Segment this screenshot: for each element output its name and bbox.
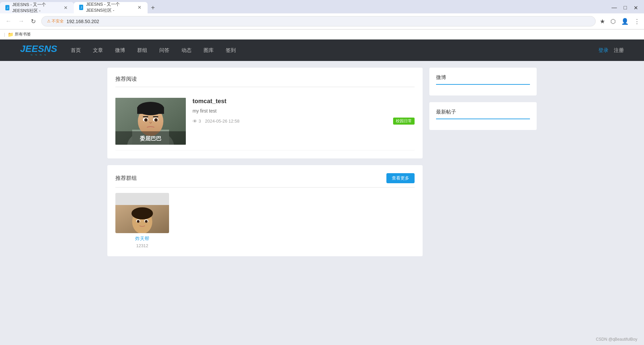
tab-1-close[interactable]: ✕ (63, 4, 68, 11)
article-description: my first test (193, 108, 415, 114)
thumb-svg: 委屈巴巴 (115, 98, 186, 145)
maximize-button[interactable]: □ (622, 5, 629, 11)
bookmark-star-icon[interactable]: ★ (600, 18, 605, 25)
address-right-icons: ★ ⬡ 👤 ⋮ (600, 18, 640, 25)
address-bar[interactable]: ⚠ 不安全 192.168.50.202 (41, 16, 596, 26)
nav-qa[interactable]: 问答 (159, 47, 169, 54)
url-display: 192.168.50.202 (66, 19, 99, 24)
article-views: 👁 3 (193, 119, 201, 124)
group-avatar-svg (115, 205, 169, 233)
article-title[interactable]: tomcat_test (193, 98, 415, 105)
group-image-bottom (115, 205, 169, 233)
thumbnail-image: 委屈巴巴 (115, 98, 186, 145)
svg-point-23 (145, 220, 148, 223)
weibo-sidebar-title: 微博 (436, 74, 530, 85)
nav-auth: 登录 注册 (598, 47, 624, 54)
window-controls: — □ ✕ (609, 5, 644, 11)
nav-gallery[interactable]: 图库 (204, 47, 214, 54)
article-tag[interactable]: 校园日常 (393, 118, 415, 125)
tab-2-favicon: J (79, 5, 83, 10)
site-nav: JEESNS ~ ~ ~ ~ 首页 文章 微博 群组 问答 动态 图库 签到 登… (0, 40, 644, 61)
svg-rect-12 (153, 116, 158, 117)
nav-weibo[interactable]: 微博 (115, 47, 125, 54)
article-date: 2024-05-26 12:58 (205, 119, 239, 124)
bookmark-separator: | (4, 32, 5, 37)
secure-indicator: ⚠ 不安全 (47, 18, 64, 24)
site-logo[interactable]: JEESNS ~ ~ ~ ~ (20, 44, 57, 57)
menu-icon[interactable]: ⋮ (634, 18, 640, 25)
group-name[interactable]: 炸天帮 (115, 236, 169, 242)
register-button[interactable]: 注册 (614, 47, 624, 54)
page-content: JEESNS ~ ~ ~ ~ 首页 文章 微博 群组 问答 动态 图库 签到 登… (0, 40, 644, 307)
refresh-button[interactable]: ↻ (30, 18, 37, 25)
groups-title: 推荐群组 (115, 175, 137, 182)
svg-point-22 (137, 220, 140, 223)
article-item: 委屈巴巴 tomcat_test my first test 👁 3 2 (115, 92, 415, 150)
svg-point-10 (154, 118, 158, 122)
recommended-groups-card: 推荐群组 查看更多 🖼 (107, 165, 423, 256)
view-more-button[interactable]: 查看更多 (386, 173, 415, 183)
svg-point-9 (144, 118, 148, 122)
tab-2-close[interactable]: ✕ (137, 4, 142, 11)
nav-links: 首页 文章 微博 群组 问答 动态 图库 签到 (71, 47, 598, 54)
close-button[interactable]: ✕ (632, 5, 640, 11)
bookmarks-label: 所有书签 (15, 31, 31, 37)
minimize-button[interactable]: — (609, 5, 619, 11)
groups-list: 🖼 (115, 193, 415, 248)
latest-posts-title: 最新帖子 (436, 109, 530, 119)
svg-text:委屈巴巴: 委屈巴巴 (140, 135, 161, 141)
tab-1-title: JEESNS - 又一个JEESNS社区 - (12, 2, 60, 14)
group-avatar[interactable]: 🖼 (115, 193, 169, 233)
article-meta: 👁 3 2024-05-26 12:58 校园日常 (193, 118, 415, 125)
tab-bar: J JEESNS - 又一个JEESNS社区 - ✕ J JEESNS - 又一… (0, 0, 644, 13)
eye-icon: 👁 (193, 119, 197, 124)
nav-groups[interactable]: 群组 (137, 47, 147, 54)
svg-rect-11 (143, 116, 148, 117)
article-thumbnail[interactable]: 委屈巴巴 (115, 98, 186, 145)
weibo-card: 微博 (429, 68, 537, 95)
tab-1[interactable]: J JEESNS - 又一个JEESNS社区 - ✕ (0, 2, 74, 13)
back-button[interactable]: ← (4, 18, 13, 25)
group-item-1: 🖼 (115, 193, 169, 248)
nav-home[interactable]: 首页 (71, 47, 81, 54)
svg-point-19 (131, 207, 153, 219)
forward-button[interactable]: → (17, 18, 25, 25)
recommended-reading-title: 推荐阅读 (115, 76, 415, 87)
nav-activity[interactable]: 动态 (181, 47, 192, 54)
main-layout: 推荐阅读 (87, 61, 557, 263)
svg-rect-6 (137, 107, 164, 114)
left-column: 推荐阅读 (107, 68, 423, 256)
article-info: tomcat_test my first test 👁 3 2024-05-26… (193, 98, 415, 145)
tab-2-title: JEESNS - 又一个JEESNS社区 - (86, 1, 134, 13)
bookmarks-bar: | 📁 所有书签 (0, 29, 644, 40)
recommended-reading-card: 推荐阅读 (107, 68, 423, 158)
tab-2[interactable]: J JEESNS - 又一个JEESNS社区 - ✕ (74, 2, 148, 13)
folder-icon: 📁 (8, 32, 13, 37)
new-tab-button[interactable]: + (148, 4, 158, 12)
login-button[interactable]: 登录 (598, 47, 608, 54)
views-count: 3 (199, 119, 201, 124)
all-bookmarks[interactable]: 📁 所有书签 (8, 31, 31, 37)
nav-articles[interactable]: 文章 (93, 47, 103, 54)
groups-header: 推荐群组 查看更多 (115, 173, 415, 188)
profile-icon[interactable]: 👤 (621, 18, 629, 25)
address-bar-row: ← → ↻ ⚠ 不安全 192.168.50.202 ★ ⬡ 👤 ⋮ (0, 13, 644, 29)
extensions-icon[interactable]: ⬡ (610, 18, 616, 25)
tab-1-favicon: J (5, 5, 9, 10)
group-count: 12312 (115, 243, 169, 248)
browser-chrome: J JEESNS - 又一个JEESNS社区 - ✕ J JEESNS - 又一… (0, 0, 644, 40)
latest-posts-card: 最新帖子 (429, 102, 537, 130)
right-column: 微博 最新帖子 (429, 68, 537, 256)
nav-checkin[interactable]: 签到 (226, 47, 236, 54)
